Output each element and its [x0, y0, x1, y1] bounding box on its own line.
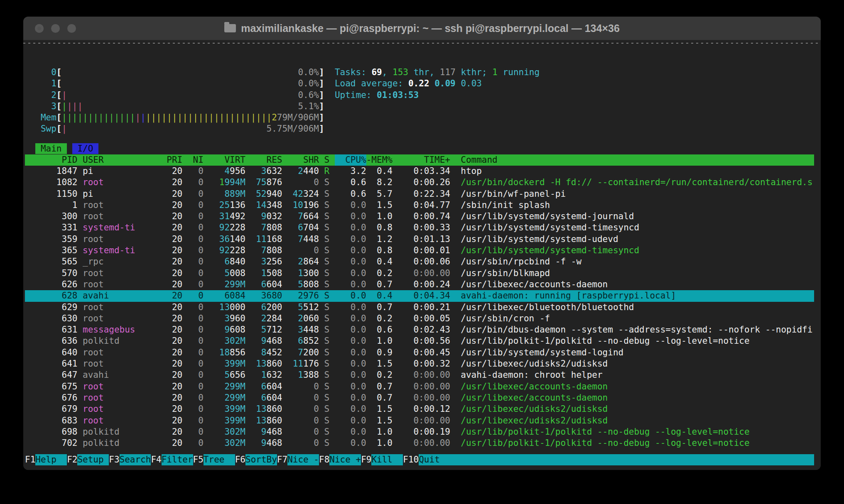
- process-row[interactable]: 629 root200 13000 6200 5512 S 0.0 0.7 0:…: [25, 302, 814, 313]
- cell-state: S: [324, 177, 330, 188]
- num-part: 6: [298, 335, 303, 347]
- cell-number: 9468: [251, 438, 282, 449]
- cell-time: 0:00.33: [398, 222, 450, 233]
- process-row[interactable]: 565 _rpc200 6840 3256 2864 S 0.0 0.4 0:0…: [25, 256, 814, 267]
- num-part: 92: [219, 245, 230, 256]
- cell-mem: 0.4: [371, 166, 393, 177]
- spacer: [366, 245, 372, 256]
- spacer: [319, 154, 324, 166]
- fkey-F5[interactable]: F5Tree: [193, 454, 235, 465]
- spacer: [329, 302, 335, 313]
- process-row[interactable]: 702 polkitd200 302M 9468 0 S 0.0 1.0 0:0…: [25, 438, 814, 449]
- meter-bracket-close: ]: [319, 90, 324, 101]
- process-row[interactable]: 628 avahi200 6084 3680 2976 S 0.0 0.4 0:…: [25, 290, 814, 301]
- col-header-command[interactable]: Command: [461, 154, 498, 166]
- col-header-pri[interactable]: PRI: [140, 154, 182, 166]
- spacer: [77, 222, 83, 233]
- spacer: [204, 392, 209, 404]
- process-row[interactable]: 365 systemd-ti200 92228 7808 0 S 0.0 0.8…: [25, 245, 814, 256]
- col-header-pid[interactable]: PID: [25, 154, 77, 166]
- process-row[interactable]: 676 root200 299M 6604 0 S 0.0 0.7 0:00.0…: [25, 392, 814, 404]
- fkey-F8[interactable]: F8Nice +: [319, 454, 361, 465]
- fkey-F7[interactable]: F7Nice -: [277, 454, 319, 465]
- fkey-F3[interactable]: F3Search: [109, 454, 151, 465]
- process-row[interactable]: 679 root200 399M 13860 0 S 0.0 1.5 0:00.…: [25, 404, 814, 415]
- cell-cpu: 0.6: [335, 188, 366, 200]
- tab-io[interactable]: I/O: [72, 143, 98, 154]
- fkey-F6[interactable]: F6SortBy: [235, 454, 277, 465]
- col-header-user[interactable]: USER: [83, 154, 140, 166]
- spacer: [282, 268, 287, 279]
- fkey-F4[interactable]: F4Filter: [151, 454, 193, 465]
- col-header-mem[interactable]: MEM%: [371, 154, 393, 166]
- num-part: 7: [298, 347, 303, 358]
- spacer: [366, 211, 372, 222]
- process-row[interactable]: 641 root200 399M 13860 11176 S 0.0 1.5 0…: [25, 358, 814, 369]
- process-row[interactable]: 1082 root200 1994M 75876 0 S 0.6 8.2 0:0…: [25, 177, 814, 188]
- cell-cpu: 0.0: [335, 268, 366, 279]
- process-row[interactable]: 300 root200 31492 9032 7664 S 0.0 1.0 0:…: [25, 211, 814, 222]
- spacer: [245, 211, 251, 222]
- process-row[interactable]: 1847 pi200 4956 3632 2440 R 3.2 0.4 0:03…: [25, 166, 814, 177]
- fkey-F2[interactable]: F2Setup: [67, 454, 109, 465]
- fkey-F9[interactable]: F9Kill: [361, 454, 403, 465]
- process-row[interactable]: 675 root200 299M 6604 0 S 0.0 0.7 0:00.0…: [25, 381, 814, 392]
- cell-mem: 1.0: [371, 335, 393, 347]
- process-row[interactable]: 647 avahi200 5656 1632 1388 S 0.0 0.2 0:…: [25, 369, 814, 381]
- cell-cpu: 0.0: [335, 200, 366, 211]
- cell-mem: 0.6: [371, 324, 393, 335]
- process-row[interactable]: 698 polkitd200 302M 9468 0 S 0.0 1.0 0:0…: [25, 426, 814, 438]
- col-header-res[interactable]: RES: [251, 154, 282, 166]
- process-row[interactable]: 631 messagebus200 9608 5712 3448 S 0.0 0…: [25, 324, 814, 335]
- num-part: 7: [261, 222, 267, 233]
- num-part: 6: [261, 302, 267, 313]
- window-titlebar[interactable]: maximiliankaske — pi@raspberrypi: ~ — ss…: [23, 17, 821, 40]
- cell-number: 14348: [251, 200, 282, 211]
- col-header-time[interactable]: TIME+: [398, 154, 450, 166]
- col-header-ni[interactable]: NI: [182, 154, 204, 166]
- cell-time: 0:00.74: [398, 211, 450, 222]
- cell-pri: 20: [140, 324, 182, 335]
- process-row[interactable]: 630 root200 3960 2284 2060 S 0.0 0.2 0:0…: [25, 313, 814, 324]
- spacer: [393, 234, 398, 245]
- fkey-F10[interactable]: F10Quit: [403, 454, 450, 465]
- cell-pri: 20: [140, 438, 182, 449]
- cell-number: 399M: [209, 404, 245, 415]
- process-row[interactable]: 570 root200 5008 1508 1300 S 0.0 0.2 0:0…: [25, 268, 814, 279]
- num-part: 7: [298, 234, 303, 245]
- col-header-cpu-sorted[interactable]: CPU%: [335, 154, 366, 166]
- spacer: [366, 268, 372, 279]
- process-row[interactable]: 636 polkitd200 302M 9468 6852 S 0.0 1.0 …: [25, 335, 814, 347]
- cell-state: S: [324, 188, 330, 200]
- meter-label: 2: [25, 90, 56, 101]
- spacer: [393, 392, 398, 404]
- num-part: 302M: [224, 426, 245, 438]
- col-header-state[interactable]: S: [324, 154, 330, 166]
- process-row[interactable]: 1 root200 25136 14348 10196 S 0.0 1.5 0:…: [25, 200, 814, 211]
- num-part: 200: [267, 302, 282, 313]
- process-row[interactable]: 359 root200 36140 11168 7448 S 0.0 1.2 0…: [25, 234, 814, 245]
- cell-number: 52940: [251, 188, 282, 200]
- fkey-F1[interactable]: F1Help: [25, 454, 67, 465]
- col-header-shr[interactable]: SHR: [287, 154, 319, 166]
- process-row[interactable]: 1150 pi200 889M 52940 42324 S 0.6 5.7 0:…: [25, 188, 814, 200]
- col-header-virt[interactable]: VIRT: [209, 154, 245, 166]
- spacer: [450, 324, 461, 335]
- spacer: [77, 369, 83, 381]
- spacer: [245, 313, 251, 324]
- cell-state: R: [324, 166, 330, 177]
- cell-pri: 20: [140, 279, 182, 290]
- spacer: [282, 335, 287, 347]
- num-part: 1: [261, 268, 267, 279]
- process-row[interactable]: 640 root200 18856 8452 7200 S 0.0 0.9 0:…: [25, 347, 814, 358]
- cell-pri: 20: [140, 404, 182, 415]
- process-row[interactable]: 626 root200 299M 6604 5808 S 0.0 0.7 0:0…: [25, 279, 814, 290]
- num-part: 228: [230, 245, 245, 256]
- process-row[interactable]: 683 root200 399M 13860 0 S 0.0 1.5 0:00.…: [25, 415, 814, 426]
- num-part: 604: [267, 392, 282, 404]
- num-part: 1: [298, 369, 303, 381]
- process-row[interactable]: 331 systemd-ti200 92228 7808 6704 S 0.0 …: [25, 222, 814, 233]
- tab-main[interactable]: Main: [35, 143, 67, 154]
- num-part: 5: [298, 302, 303, 313]
- cell-mem: 0.4: [371, 256, 393, 267]
